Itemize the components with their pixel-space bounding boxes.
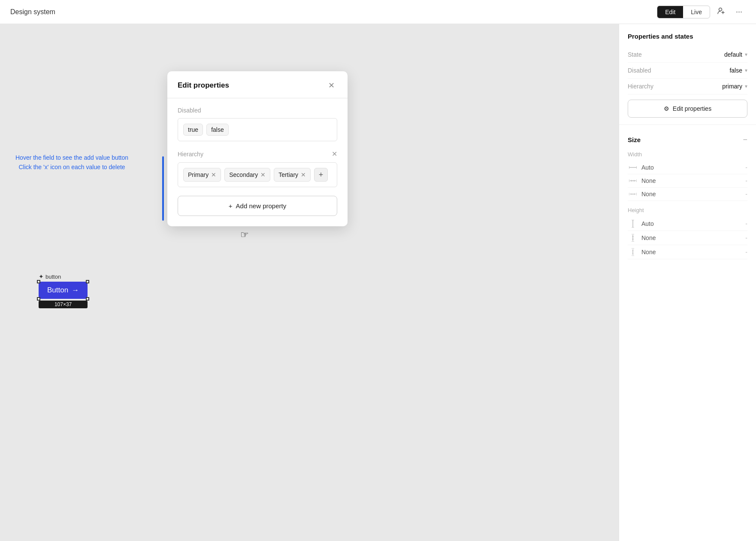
width-row-3: None -: [628, 188, 747, 201]
corner-tl: [37, 280, 40, 283]
width-none-2: None: [641, 191, 742, 198]
cursor-hand: ☞: [240, 229, 249, 240]
size-title: Size: [628, 136, 641, 143]
width-none-1: None: [641, 177, 742, 184]
size-section: Size − Width Auto - None -: [619, 128, 756, 266]
height-row-1: Auto -: [628, 217, 747, 231]
right-sidebar: Properties and states State default ▾ Di…: [619, 24, 756, 541]
tag-tertiary-remove[interactable]: ✕: [301, 172, 306, 178]
height-label: Height: [628, 207, 747, 213]
disabled-label: Disabled: [178, 107, 337, 114]
disabled-section: Disabled true false: [178, 107, 337, 141]
modal-close-button[interactable]: ✕: [326, 80, 337, 91]
hierarchy-label: Hierarchy: [178, 151, 203, 158]
width-auto-dash: -: [745, 164, 747, 171]
edit-props-icon: ⚙: [664, 105, 669, 112]
hierarchy-row: Hierarchy primary ▾: [628, 79, 747, 94]
width-row-1: Auto -: [628, 161, 747, 174]
hierarchy-row-label: Hierarchy: [628, 83, 653, 90]
svg-point-0: [719, 8, 722, 11]
state-chevron-icon: ▾: [745, 52, 747, 58]
properties-states-title: Properties and states: [628, 33, 747, 40]
topbar: Design system Edit Live ···: [0, 0, 756, 24]
button-preview-outer: Button →: [39, 282, 88, 299]
hierarchy-value-dropdown[interactable]: primary ▾: [722, 83, 747, 90]
tag-primary: Primary ✕: [183, 168, 221, 182]
width-none-1-dash: -: [745, 177, 747, 184]
person-add-icon: [717, 6, 726, 15]
edit-live-toggle: Edit Live: [657, 6, 710, 18]
button-text: Button: [47, 286, 68, 295]
height-auto: Auto: [641, 220, 742, 227]
hierarchy-section-header: Hierarchy ✕: [178, 150, 337, 158]
app-title: Design system: [10, 8, 55, 16]
corner-br: [86, 297, 89, 301]
canvas[interactable]: Hover the field to see the add value but…: [0, 24, 619, 541]
button-size-tag: 107×37: [39, 301, 88, 308]
more-options-button[interactable]: ···: [732, 6, 746, 18]
tag-secondary-remove[interactable]: ✕: [260, 172, 266, 178]
corner-tr: [86, 280, 89, 283]
width-row-2: None -: [628, 174, 747, 188]
hierarchy-remove-button[interactable]: ✕: [332, 150, 337, 158]
button-component[interactable]: Button →: [39, 282, 88, 299]
edit-properties-button[interactable]: ⚙ Edit properties: [628, 100, 747, 118]
height-row-2: None -: [628, 231, 747, 245]
button-arrow: →: [72, 286, 79, 295]
height-icon-1: [628, 220, 638, 228]
hint-text: Hover the field to see the add value but…: [15, 153, 128, 172]
disabled-chevron-icon: ▾: [745, 67, 747, 73]
corner-bl: [37, 297, 40, 301]
edit-properties-modal: Edit properties ✕ Disabled true false: [167, 71, 348, 226]
hierarchy-tags: Primary ✕ Secondary ✕ Tertiary ✕ +: [178, 162, 337, 187]
modal-body: Disabled true false Hierarchy ✕: [167, 98, 348, 187]
state-label: State: [628, 51, 642, 58]
modal-header: Edit properties ✕: [167, 71, 348, 98]
properties-states-section: Properties and states State default ▾ Di…: [619, 33, 756, 125]
width-auto: Auto: [641, 164, 742, 171]
add-new-property-button[interactable]: + Add new property: [178, 196, 337, 216]
height-icon-3: [628, 248, 638, 256]
height-none-2: None: [641, 249, 742, 255]
tag-tertiary: Tertiary ✕: [274, 168, 311, 182]
modal-title: Edit properties: [178, 81, 229, 90]
button-label-tag: ✦ button: [39, 273, 88, 280]
disabled-row-label: Disabled: [628, 67, 651, 74]
size-collapse-button[interactable]: −: [743, 135, 747, 144]
disabled-row-value: false: [729, 67, 742, 74]
hierarchy-row-value: primary: [722, 83, 742, 90]
hierarchy-chevron-icon: ▾: [745, 83, 747, 89]
state-value: default: [724, 51, 742, 58]
topbar-actions: Edit Live ···: [657, 5, 746, 19]
width-none-2-dash: -: [745, 191, 747, 198]
tag-primary-remove[interactable]: ✕: [211, 172, 216, 178]
add-collaborator-button[interactable]: [714, 5, 729, 19]
width-icon-2: [628, 179, 638, 183]
disabled-tags: true false: [178, 118, 337, 141]
disabled-row: Disabled false ▾: [628, 63, 747, 79]
height-auto-dash: -: [745, 220, 747, 227]
plus-icon: +: [229, 202, 233, 210]
accent-line: [162, 156, 164, 221]
tag-secondary: Secondary ✕: [224, 168, 270, 182]
state-value-dropdown[interactable]: default ▾: [724, 51, 747, 58]
add-tag-button[interactable]: +: [314, 168, 328, 182]
disabled-value-dropdown[interactable]: false ▾: [729, 67, 747, 74]
edit-props-label: Edit properties: [673, 105, 711, 112]
tag-false: false: [206, 124, 229, 136]
add-property-label: Add new property: [236, 202, 287, 210]
width-icon-1: [628, 165, 638, 170]
height-row-3: None -: [628, 245, 747, 259]
state-row: State default ▾: [628, 47, 747, 63]
height-none-2-dash: -: [745, 249, 747, 255]
main-area: Hover the field to see the add value but…: [0, 24, 756, 541]
height-none-1: None: [641, 234, 742, 241]
live-button[interactable]: Live: [683, 6, 710, 18]
height-none-1-dash: -: [745, 234, 747, 241]
button-label: button: [45, 274, 61, 280]
tag-true: true: [183, 124, 203, 136]
height-icon-2: [628, 234, 638, 242]
edit-button[interactable]: Edit: [657, 6, 683, 18]
width-icon-3: [628, 192, 638, 196]
size-section-header: Size −: [628, 135, 747, 144]
